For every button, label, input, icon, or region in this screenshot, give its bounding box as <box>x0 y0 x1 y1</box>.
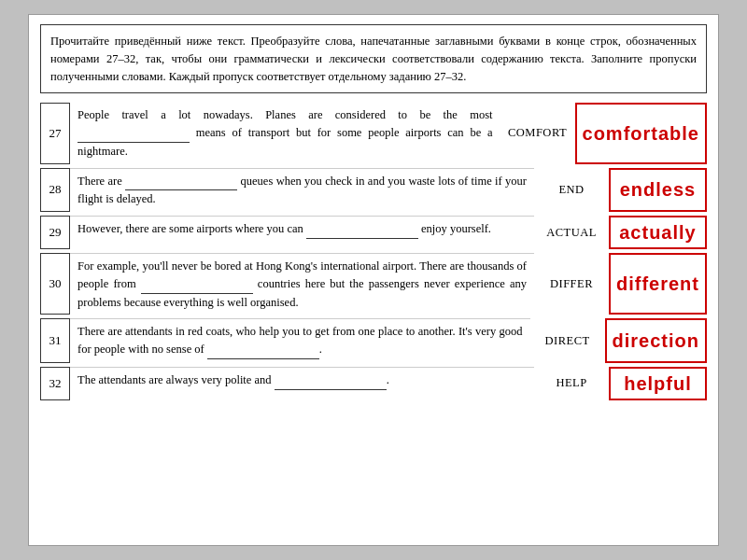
row-number-27: 27 <box>40 103 70 163</box>
answer-box-32: helpful <box>609 367 707 400</box>
blank-31 <box>207 341 319 359</box>
answer-text-32: helpful <box>624 372 692 395</box>
exercise-row-32: 32The attendants are always very polite … <box>40 367 707 400</box>
keyword-27: COMFORT <box>500 103 575 163</box>
answer-box-31: direction <box>605 318 707 363</box>
exercise-row-30: 30For example, you'll never be bored at … <box>40 253 707 315</box>
row-text-27: People travel a lot nowadays. Planes are… <box>70 103 500 163</box>
answer-text-30: different <box>616 273 699 295</box>
instructions-box: Прочитайте приведённый ниже текст. Преоб… <box>40 24 707 93</box>
blank-30 <box>141 275 253 294</box>
row-text-31: There are attendants in red coats, who h… <box>70 318 530 363</box>
answer-box-29: actually <box>609 216 707 249</box>
row-number-31: 31 <box>40 318 70 363</box>
row-number-30: 30 <box>40 253 70 315</box>
row-text-32: The attendants are always very polite an… <box>70 367 534 400</box>
row-text-29: However, there are some airports where y… <box>70 216 534 249</box>
row-text-28: There are queues when you check in and y… <box>70 168 534 213</box>
answer-text-27: comfortable <box>583 122 699 145</box>
blank-28 <box>125 173 237 191</box>
row-text-30: For example, you'll never be bored at Ho… <box>70 253 534 315</box>
keyword-30: DIFFER <box>534 253 609 315</box>
main-page: Прочитайте приведённый ниже текст. Преоб… <box>28 14 719 546</box>
keyword-31: DIRECT <box>530 318 605 363</box>
exercise-row-29: 29However, there are some airports where… <box>40 216 707 249</box>
answer-text-28: endless <box>620 178 696 201</box>
row-number-29: 29 <box>40 216 70 249</box>
row-number-32: 32 <box>40 367 70 400</box>
answer-text-31: direction <box>613 329 699 352</box>
answer-box-27: comfortable <box>575 103 707 163</box>
exercise-row-31: 31There are attendants in red coats, who… <box>40 318 707 363</box>
blank-32 <box>275 371 387 390</box>
keyword-28: END <box>534 168 609 213</box>
answer-box-30: different <box>609 253 707 315</box>
row-number-28: 28 <box>40 168 70 213</box>
exercise-row-27: 27People travel a lot nowadays. Planes a… <box>40 103 707 163</box>
blank-29 <box>306 220 418 239</box>
keyword-29: ACTUAL <box>534 216 609 249</box>
answer-box-28: endless <box>609 168 707 213</box>
exercise-rows: 27People travel a lot nowadays. Planes a… <box>40 103 707 400</box>
keyword-32: HELP <box>534 367 609 400</box>
answer-text-29: actually <box>619 221 696 244</box>
instructions-text: Прочитайте приведённый ниже текст. Преоб… <box>50 35 697 83</box>
exercise-row-28: 28There are queues when you check in and… <box>40 168 707 213</box>
blank-27 <box>78 124 190 143</box>
